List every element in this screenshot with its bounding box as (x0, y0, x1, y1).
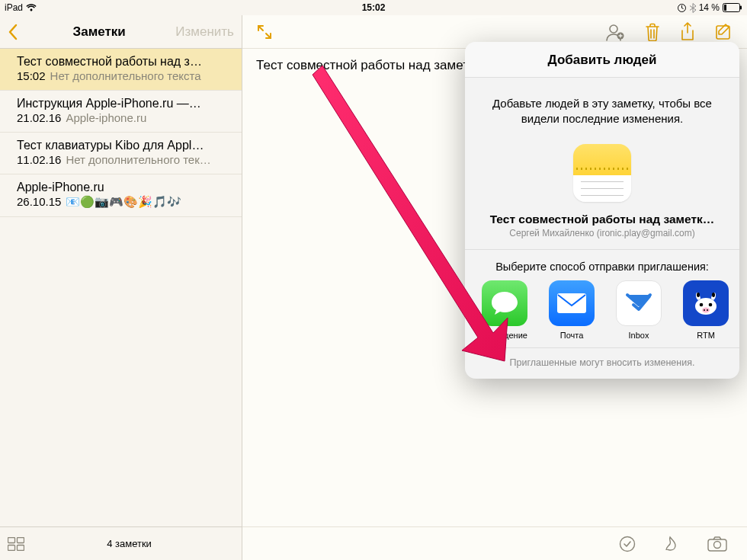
popover-note-title: Тест совместной работы над заметк… (465, 205, 739, 228)
device-label: iPad (5, 2, 23, 13)
trash-button[interactable] (645, 23, 660, 41)
mail-icon (549, 280, 595, 326)
svg-rect-6 (8, 545, 15, 550)
svg-point-18 (702, 307, 710, 312)
svg-point-22 (712, 293, 715, 297)
sidebar-header: Заметки Изменить (0, 15, 242, 49)
editor-footer (242, 526, 747, 560)
popover-note-owner: Сергей Михайленко (ironic.play@gmail.com… (465, 228, 739, 250)
note-title: Apple-iPhone.ru (17, 181, 225, 194)
note-preview: Apple-iphone.ru (66, 111, 146, 124)
battery-percent: 14 % (699, 2, 720, 13)
popover-message: Добавьте людей в эту заметку, чтобы все … (465, 78, 739, 135)
notes-count: 4 заметки (24, 538, 234, 549)
rtm-icon (683, 280, 729, 326)
messages-icon (482, 280, 527, 326)
battery-icon (723, 3, 742, 12)
note-title: Тест клавиатуры Kibo для Appl… (17, 139, 225, 152)
note-date: 21.02.16 (17, 111, 61, 124)
svg-rect-2 (724, 5, 726, 11)
note-title: Инструкция Apple-iPhone.ru —… (17, 97, 225, 110)
share-option-rtm[interactable]: RTM (680, 280, 732, 340)
share-option-inbox[interactable]: Inbox (613, 280, 665, 340)
sidebar-footer: 4 заметки (0, 526, 242, 560)
status-time: 15:02 (362, 2, 386, 13)
popover-footer: Приглашенные могут вносить изменения. (465, 347, 739, 379)
share-label: RTM (680, 331, 732, 340)
svg-point-13 (714, 541, 721, 548)
note-title: Тест совместной работы над з… (17, 55, 225, 69)
svg-point-16 (700, 302, 704, 306)
view-grid-icon[interactable] (8, 537, 24, 551)
back-button[interactable] (8, 24, 23, 40)
svg-point-17 (709, 302, 713, 306)
share-label: Сообщение (479, 331, 531, 340)
share-label: Inbox (613, 331, 665, 340)
svg-point-21 (697, 293, 700, 297)
edit-button[interactable]: Изменить (175, 24, 234, 40)
add-people-button[interactable] (605, 23, 625, 41)
notes-list: Тест совместной работы над з… 15:02Нет д… (0, 49, 242, 217)
svg-rect-14 (557, 293, 586, 313)
share-option-messages[interactable]: Сообщение (479, 280, 531, 340)
note-preview: 📧🟢📷🎮🎨🎉🎵🎶 (66, 195, 181, 208)
bluetooth-icon (690, 3, 696, 13)
svg-rect-7 (18, 545, 24, 550)
add-people-popover: Добавить людей Добавьте людей в эту заме… (465, 42, 739, 379)
note-list-item[interactable]: Тест клавиатуры Kibo для Appl… 11.02.16Н… (0, 133, 242, 174)
note-date: 15:02 (17, 69, 46, 82)
svg-rect-3 (740, 6, 742, 10)
notes-app-icon (573, 144, 631, 202)
svg-point-11 (620, 536, 635, 551)
note-list-item[interactable]: Инструкция Apple-iPhone.ru —… 21.02.16Ap… (0, 91, 242, 133)
share-options: Сообщение Почта Inbox RTM (465, 280, 739, 347)
camera-button[interactable] (707, 536, 727, 552)
sketch-button[interactable] (663, 535, 680, 553)
svg-point-19 (704, 309, 705, 311)
sidebar-title: Заметки (73, 24, 126, 40)
inbox-icon (616, 280, 662, 326)
svg-point-20 (707, 309, 708, 311)
note-list-item[interactable]: Apple-iPhone.ru 26.10.15📧🟢📷🎮🎨🎉🎵🎶 (0, 174, 242, 217)
checklist-button[interactable] (619, 536, 636, 552)
popover-title: Добавить людей (465, 42, 739, 78)
compose-button[interactable] (715, 23, 733, 41)
svg-point-8 (610, 25, 617, 33)
note-preview: Нет дополнительного тек… (66, 153, 210, 166)
expand-icon[interactable] (256, 24, 273, 40)
svg-rect-5 (18, 537, 24, 542)
svg-rect-4 (8, 537, 15, 542)
status-bar: iPad 15:02 14 % (0, 0, 747, 15)
notes-sidebar: Заметки Изменить Тест совместной работы … (0, 15, 242, 560)
popover-choose-label: Выберите способ отправки приглашения: (465, 250, 739, 280)
note-list-item[interactable]: Тест совместной работы над з… 15:02Нет д… (0, 49, 242, 91)
note-date: 11.02.16 (17, 153, 61, 166)
note-preview: Нет дополнительного текста (50, 69, 201, 82)
rotation-lock-icon (677, 3, 687, 13)
share-label: Почта (546, 331, 598, 340)
share-button[interactable] (680, 22, 695, 42)
wifi-icon (26, 4, 37, 11)
share-option-mail[interactable]: Почта (546, 280, 598, 340)
notes-app: iPad 15:02 14 % Заметки Изменить (0, 0, 747, 560)
note-date: 26.10.15 (17, 195, 61, 208)
